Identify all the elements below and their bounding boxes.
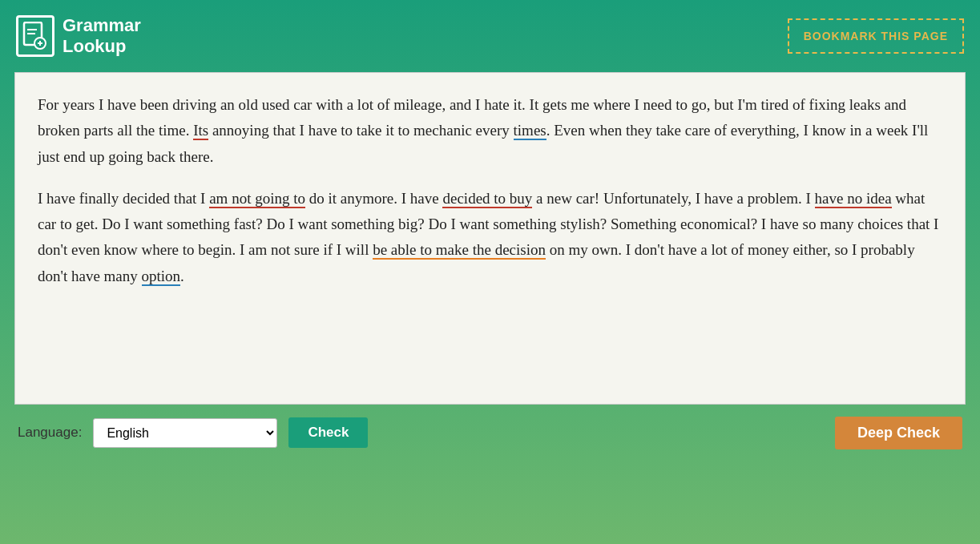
have-no-idea-phrase: have no idea (815, 190, 892, 208)
deep-check-button[interactable]: Deep Check (835, 417, 962, 449)
text-content-area[interactable]: For years I have been driving an old use… (14, 72, 966, 405)
footer: Language: English Spanish French German … (0, 405, 980, 461)
logo-icon (16, 15, 54, 57)
be-able-to-make-phrase: be able to make the decision (373, 241, 546, 260)
language-select[interactable]: English Spanish French German Portuguese (93, 418, 277, 448)
text-segment: do it anymore. I have (305, 190, 442, 207)
logo-text: Grammar Lookup (63, 15, 141, 58)
am-not-going-to-phrase: am not going to (209, 190, 305, 208)
text-segment: I have finally decided that I (38, 190, 209, 207)
decided-to-buy-phrase: decided to buy (442, 190, 532, 208)
text-segment: a new car! Unfortunately, I have a probl… (532, 190, 814, 207)
logo-svg-icon (22, 22, 48, 50)
bookmark-button[interactable]: BOOKMARK THIS PAGE (788, 18, 964, 54)
header: Grammar Lookup BOOKMARK THIS PAGE (0, 0, 980, 72)
logo: Grammar Lookup (16, 15, 141, 58)
times-word: times (514, 122, 546, 140)
its-word: Its (193, 122, 208, 140)
language-label: Language: (18, 425, 82, 441)
option-word: option (142, 268, 181, 286)
paragraph-2: I have finally decided that I am not goi… (38, 186, 942, 289)
check-button[interactable]: Check (288, 417, 368, 448)
text-segment: annoying that I have to take it to mecha… (208, 122, 513, 139)
footer-left: Language: English Spanish French German … (18, 417, 368, 448)
text-segment: . (180, 268, 184, 284)
paragraph-1: For years I have been driving an old use… (38, 92, 942, 170)
